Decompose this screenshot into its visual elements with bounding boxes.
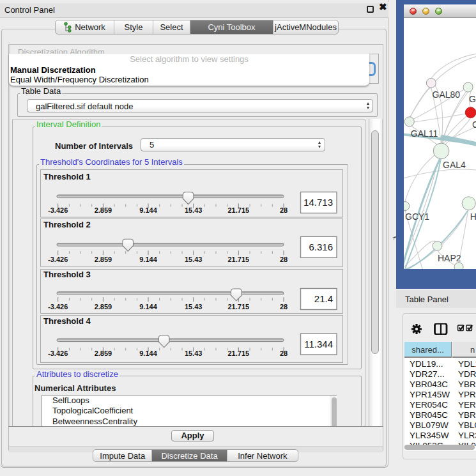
svg-text:28: 28 (280, 206, 288, 214)
svg-text:21.715: 21.715 (227, 349, 249, 357)
svg-text:2.859: 2.859 (95, 349, 112, 357)
svg-text:21.715: 21.715 (227, 303, 249, 311)
svg-text:GAL11: GAL11 (411, 128, 438, 139)
svg-text:GAL: GAL (469, 94, 476, 104)
svg-text:6.316: 6.316 (309, 242, 333, 252)
svg-text:11.344: 11.344 (304, 338, 333, 349)
svg-text:21.715: 21.715 (227, 256, 249, 263)
svg-text:21.4: 21.4 (314, 293, 333, 304)
svg-text:2.859: 2.859 (95, 256, 112, 263)
svg-text:28: 28 (280, 303, 288, 311)
svg-text:15.43: 15.43 (185, 349, 203, 357)
svg-text:28: 28 (280, 256, 288, 263)
svg-text:2.859: 2.859 (95, 206, 112, 214)
svg-text:GAL4: GAL4 (443, 160, 466, 170)
svg-text:HAP2: HAP2 (438, 253, 461, 263)
svg-text:Threshold 1: Threshold 1 (43, 172, 91, 181)
svg-text:Threshold 4: Threshold 4 (43, 316, 91, 326)
svg-text:HA: HA (470, 211, 476, 222)
svg-text:Threshold 2: Threshold 2 (43, 220, 91, 229)
svg-text:-3.426: -3.426 (48, 349, 68, 357)
svg-text:28: 28 (280, 349, 288, 357)
svg-text:14.713: 14.713 (303, 197, 333, 208)
svg-text:-3.426: -3.426 (48, 206, 68, 214)
svg-text:9.144: 9.144 (139, 303, 157, 311)
svg-text:9.144: 9.144 (139, 349, 157, 357)
svg-text:-3.426: -3.426 (48, 256, 68, 263)
svg-text:GAL80: GAL80 (433, 89, 461, 100)
svg-text:-3.426: -3.426 (48, 303, 68, 311)
svg-text:15.43: 15.43 (185, 256, 203, 263)
svg-text:GCY1: GCY1 (405, 211, 429, 222)
svg-text:9.144: 9.144 (139, 256, 157, 263)
svg-text:21.715: 21.715 (227, 206, 249, 214)
svg-text:9.144: 9.144 (139, 206, 157, 214)
svg-text:15.43: 15.43 (185, 303, 203, 311)
svg-text:CD: CD (472, 119, 476, 130)
svg-text:Threshold 3: Threshold 3 (43, 270, 91, 279)
svg-text:15.43: 15.43 (185, 206, 203, 214)
svg-text:2.859: 2.859 (95, 303, 112, 311)
